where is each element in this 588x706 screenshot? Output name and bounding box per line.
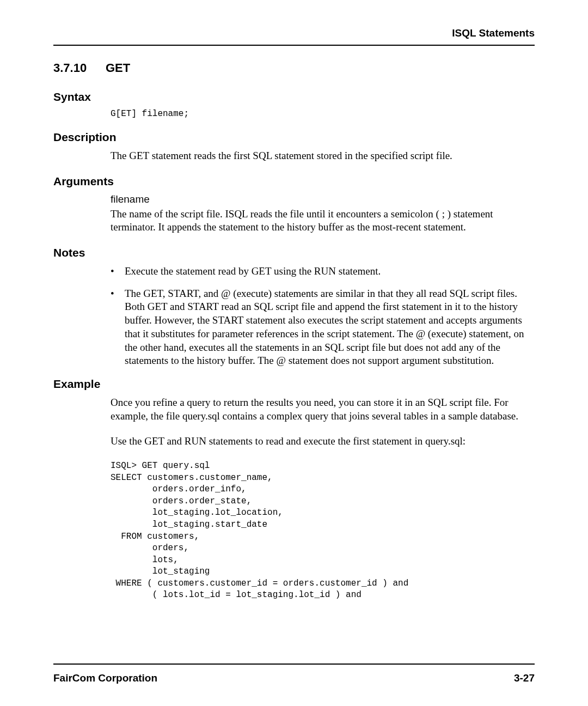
note-text: Execute the statement read by GET using … [125, 265, 381, 278]
description-text: The GET statement reads the first SQL st… [111, 149, 535, 163]
syntax-heading: Syntax [53, 90, 535, 104]
example-para-2: Use the GET and RUN statements to read a… [111, 435, 535, 448]
note-text: The GET, START, and @ (execute) statemen… [125, 287, 535, 368]
page-footer: FairCom Corporation 3-27 [53, 664, 535, 684]
list-item: • Execute the statement read by GET usin… [111, 265, 535, 278]
section-title: GET [106, 61, 130, 75]
arguments-heading: Arguments [53, 175, 535, 188]
syntax-code: G[ET] filename; [111, 109, 535, 119]
bullet-icon: • [111, 287, 125, 368]
example-para-1: Once you refine a query to return the re… [111, 396, 535, 423]
example-code: ISQL> GET query.sql SELECT customers.cus… [111, 460, 535, 601]
section-number: 3.7.10 [53, 61, 106, 75]
example-heading: Example [53, 378, 535, 391]
page-header: ISQL Statements [53, 27, 535, 46]
description-heading: Description [53, 131, 535, 144]
footer-right: 3-27 [514, 672, 535, 684]
argument-name: filename [111, 193, 535, 205]
footer-left: FairCom Corporation [53, 672, 157, 684]
bullet-icon: • [111, 265, 125, 278]
notes-list: • Execute the statement read by GET usin… [111, 265, 535, 368]
notes-heading: Notes [53, 246, 535, 259]
argument-desc: The name of the script file. ISQL reads … [111, 208, 535, 234]
section-heading: 3.7.10GET [53, 61, 535, 75]
list-item: • The GET, START, and @ (execute) statem… [111, 287, 535, 368]
running-title: ISQL Statements [452, 27, 535, 39]
